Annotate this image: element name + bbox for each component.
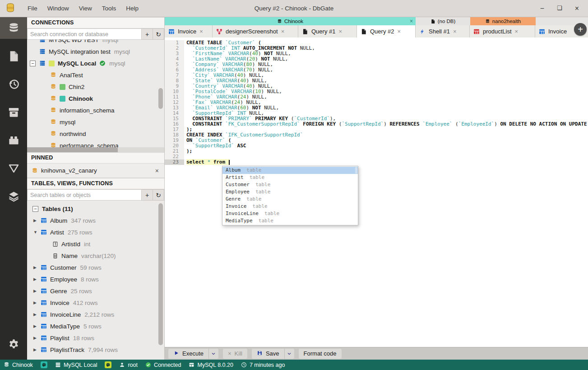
column-row[interactable]: Namevarchar(120) [27,250,164,262]
tab-productlist[interactable]: productList× [470,25,535,37]
chevron-right-icon[interactable]: ▶ [32,277,41,281]
connections-hscrollbar[interactable] [27,147,164,152]
database-item[interactable]: Chinook [27,93,164,104]
table-row[interactable]: ▶Customer59 rows [27,262,164,273]
pinned-item[interactable]: knihovna_v2_canary × [27,164,164,178]
database-item[interactable]: mysql [27,116,164,128]
table-row[interactable]: ▶Playlist18 rows [27,332,164,344]
add-table-button[interactable]: + [142,189,153,201]
autocomplete-item[interactable]: Artist table [222,174,358,181]
tab-designerscreenshot[interactable]: designerScreenshot× [213,25,298,37]
restore-button[interactable]: ❏ [557,5,562,12]
tab-shell-1[interactable]: Shell #1× [416,25,470,37]
autocomplete-item[interactable]: Album table [222,167,358,174]
tab-group-chinook[interactable]: Chinook× [165,17,416,25]
chevron-right-icon[interactable]: ▶ [32,218,41,223]
tables-scrollbar[interactable] [158,203,163,345]
chevron-right-icon[interactable]: ▶ [32,289,41,293]
menu-window[interactable]: Window [42,3,74,14]
item-label: MySQL integration test [49,48,111,55]
tab-group--no-db-[interactable]: (no DB) [416,17,470,25]
chevron-right-icon[interactable]: ▶ [32,300,41,305]
autocomplete-item[interactable]: Genre table [222,196,358,203]
close-group-button[interactable]: × [410,18,413,24]
connections-search-input[interactable] [27,28,142,40]
tables-search-input[interactable] [27,189,142,201]
close-tab-button[interactable]: × [453,28,457,35]
close-tab-button[interactable]: × [199,28,203,35]
database-item[interactable]: northwind [27,128,164,140]
connection-item[interactable]: −MySQL Localmysql [27,57,164,69]
table-row[interactable]: ▼Artist275 rows [27,226,164,238]
autocomplete-scrollbar[interactable] [355,167,357,173]
activity-file-icon[interactable] [0,45,27,67]
connection-item[interactable]: MySQL integration testmysql [27,46,164,57]
minimize-button[interactable]: − [540,5,544,12]
unpin-button[interactable]: × [155,167,159,174]
database-item[interactable]: information_schema [27,104,164,116]
activity-settings-gear-icon[interactable] [0,333,27,355]
chevron-right-icon[interactable]: ▶ [32,265,41,270]
chevron-right-icon[interactable]: ▶ [32,312,41,317]
tab-query-2[interactable]: Query #2× [357,25,416,37]
activity-filter-icon[interactable] [0,157,27,179]
database-item[interactable]: Chin2 [27,81,164,93]
activity-plugins-icon[interactable] [0,129,27,151]
close-tab-button[interactable]: × [338,28,342,35]
collapse-box-icon[interactable]: − [30,61,36,66]
menu-help[interactable]: Help [121,3,144,14]
add-connection-button[interactable]: + [142,28,153,40]
table-row[interactable]: ▶Invoice412 rows [27,297,164,309]
collapse-box-icon[interactable]: − [32,206,38,212]
chevron-right-icon[interactable]: ▶ [32,336,41,340]
menu-file[interactable]: File [23,3,42,14]
connection-item[interactable]: MYSQL WD TESTmysql [27,40,164,46]
table-row[interactable]: ▶MediaType5 rows [27,320,164,332]
tab-query-1[interactable]: Query #1× [298,25,357,37]
refresh-connections-button[interactable]: ↻ [153,28,164,40]
database-item[interactable]: AnalTest [27,69,164,81]
activity-archive-icon[interactable] [0,101,27,123]
table-row[interactable]: ▶Employee8 rows [27,273,164,285]
chevron-right-icon[interactable]: ▶ [32,347,41,352]
tables-group-row[interactable]: −Tables (11) [27,203,164,215]
refresh-tables-button[interactable]: ↻ [153,189,164,201]
execute-button[interactable]: Execute [168,349,208,359]
close-tab-button[interactable]: × [281,28,285,35]
table-row[interactable]: ▶Genre25 rows [27,285,164,297]
table-row[interactable]: ▶PlaylistTrack7,994 rows [27,344,164,356]
format-code-button[interactable]: Format code [299,349,342,359]
close-button[interactable]: × [575,5,579,12]
kill-button[interactable]: × Kill [223,349,247,359]
execute-dropdown-button[interactable] [208,349,218,359]
theme-color-badge[interactable] [41,361,47,368]
activity-database-icon[interactable] [0,17,27,39]
activity-layers-icon[interactable] [0,185,27,207]
connections-scrollbar[interactable] [158,88,163,109]
menu-tools[interactable]: Tools [97,3,121,14]
sql-editor[interactable]: 1CREATE TABLE `Customer` (2 `CustomerId`… [165,37,588,347]
autocomplete-item[interactable]: InvoiceLine table [222,210,358,217]
suggestion-kind: table [244,174,264,180]
new-tab-button[interactable]: + [574,23,587,36]
column-row[interactable]: ArtistIdint [27,238,164,250]
chevron-down-icon[interactable]: ▼ [32,230,41,234]
autocomplete-item[interactable]: MediaType table [222,217,358,225]
activity-history-icon[interactable] [0,73,27,95]
scroll-thumb[interactable] [27,147,118,152]
menu-view[interactable]: View [74,3,97,14]
tab-group-nano2health[interactable]: nano2health [470,17,536,25]
tables-header: TABLES, VIEWS, FUNCTIONS [27,178,164,189]
chevron-right-icon[interactable]: ▶ [32,324,41,328]
save-button[interactable]: Save [252,349,284,359]
table-row[interactable]: ▶InvoiceLine2,212 rows [27,309,164,320]
theme-color-badge[interactable] [105,361,111,368]
close-tab-button[interactable]: × [515,28,519,35]
autocomplete-item[interactable]: Customer table [222,181,358,188]
table-row[interactable]: ▶Album347 rows [27,215,164,226]
tab-invoice[interactable]: Invoice× [165,25,213,37]
autocomplete-item[interactable]: Invoice table [222,203,358,210]
close-tab-button[interactable]: × [397,28,401,35]
save-dropdown-button[interactable] [284,349,294,359]
autocomplete-item[interactable]: Employee table [222,188,358,196]
